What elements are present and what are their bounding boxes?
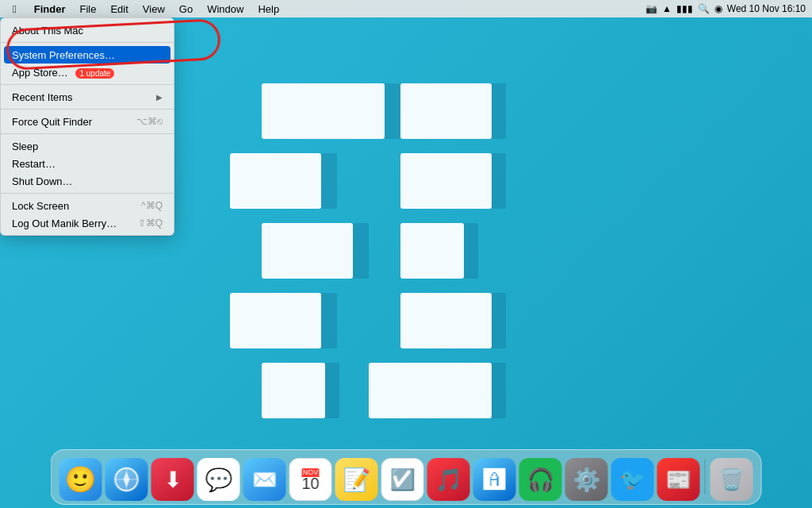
menu-item-about[interactable]: About This Mac — [1, 21, 174, 39]
menubar-edit[interactable]: Edit — [104, 2, 134, 16]
menu-separator-2 — [1, 84, 174, 85]
menu-item-sysprefs[interactable]: System Preferences… — [4, 46, 170, 64]
menubar:  Finder File Edit View Go Window Help 📷… — [0, 0, 812, 17]
menu-item-appstore[interactable]: App Store… 1 update — [1, 64, 174, 81]
recent-items-arrow-icon: ▶ — [156, 93, 163, 102]
menubar-wifi-icon[interactable]: ▲ — [662, 3, 672, 14]
svg-rect-8 — [262, 223, 353, 279]
svg-rect-7 — [492, 153, 506, 209]
menubar-go[interactable]: Go — [173, 2, 199, 16]
dock-icon-finder[interactable]: 🙂 — [59, 458, 102, 501]
menu-item-shutdown[interactable]: Shut Down… — [1, 172, 174, 190]
svg-rect-15 — [492, 293, 506, 348]
dock-icon-trash[interactable]: 🗑️ — [710, 458, 753, 501]
dock-icon-news[interactable]: 📰 — [657, 458, 700, 501]
menu-item-force-quit[interactable]: Force Quit Finder ⌥⌘⎋ — [1, 113, 174, 130]
menubar-right: 📷 ▲ ▮▮▮ 🔍 ◉ Wed 10 Nov 16:10 — [645, 3, 806, 14]
dock-icon-reminders[interactable]: ☑️ — [381, 458, 424, 501]
svg-rect-2 — [400, 83, 492, 139]
svg-rect-9 — [353, 223, 369, 279]
menubar-battery-icon[interactable]: ▮▮▮ — [676, 3, 693, 14]
menubar-help[interactable]: Help — [251, 2, 285, 16]
svg-rect-6 — [400, 153, 492, 209]
menu-separator-3 — [1, 109, 174, 110]
desktop:  Finder File Edit View Go Window Help 📷… — [0, 0, 812, 508]
menubar-datetime: Wed 10 Nov 16:10 — [727, 3, 806, 14]
svg-rect-5 — [321, 153, 337, 209]
svg-rect-14 — [400, 293, 492, 348]
svg-rect-13 — [321, 293, 337, 348]
svg-rect-18 — [369, 363, 492, 418]
dock-icon-sysprefs[interactable]: ⚙️ — [565, 458, 608, 501]
menu-separator-1 — [1, 42, 174, 43]
svg-rect-3 — [492, 83, 506, 139]
menu-separator-4 — [1, 133, 174, 134]
menu-separator-5 — [1, 193, 174, 194]
menubar-search-icon[interactable]: 🔍 — [698, 3, 710, 14]
menu-item-logout[interactable]: Log Out Manik Berry… ⇧⌘Q — [1, 214, 174, 232]
dock-icon-pocket[interactable]: ⬇ — [151, 458, 194, 501]
svg-rect-19 — [492, 363, 506, 418]
apple-menu-dropdown: About This Mac System Preferences… App S… — [0, 17, 174, 236]
dock-icon-music[interactable]: 🎵 — [427, 458, 470, 501]
desktop-logo — [214, 60, 547, 475]
svg-rect-0 — [262, 83, 385, 139]
svg-rect-10 — [400, 223, 464, 279]
apple-menu-trigger[interactable]:  — [6, 2, 23, 16]
svg-rect-17 — [325, 363, 339, 418]
appstore-update-badge: 1 update — [75, 68, 114, 79]
dock-icon-mail[interactable]: ✉️ — [243, 458, 286, 501]
menu-item-lock-screen[interactable]: Lock Screen ^⌘Q — [1, 197, 174, 214]
menubar-siri-icon[interactable]: ◉ — [714, 3, 722, 14]
dock: 🙂 ⬇ 💬 ✉️ NOV 10 📝 ☑️ — [51, 449, 762, 505]
dock-icon-twitter[interactable]: 🐦 — [611, 458, 654, 501]
menubar-window[interactable]: Window — [201, 2, 250, 16]
menu-item-recent-items[interactable]: Recent Items ▶ — [1, 88, 174, 106]
dock-icon-notes[interactable]: 📝 — [335, 458, 378, 501]
menubar-left:  Finder File Edit View Go Window Help — [6, 2, 285, 16]
menubar-finder[interactable]: Finder — [28, 2, 72, 16]
menu-item-restart[interactable]: Restart… — [1, 155, 174, 172]
dock-icon-slack[interactable]: 💬 — [197, 458, 240, 501]
menu-item-sleep[interactable]: Sleep — [1, 137, 174, 155]
dock-icon-appstore[interactable]: 🅰 — [473, 458, 516, 501]
svg-rect-4 — [230, 153, 321, 209]
svg-rect-16 — [262, 363, 325, 418]
svg-rect-12 — [230, 293, 321, 348]
dock-icon-spotify[interactable]: 🎧 — [519, 458, 562, 501]
lock-screen-shortcut: ^⌘Q — [141, 200, 163, 211]
menubar-camera-icon[interactable]: 📷 — [645, 3, 657, 14]
dock-divider — [705, 460, 706, 495]
menubar-file[interactable]: File — [73, 2, 102, 16]
force-quit-shortcut: ⌥⌘⎋ — [136, 116, 163, 127]
svg-rect-11 — [464, 223, 478, 279]
dock-icon-safari[interactable] — [105, 458, 148, 501]
menubar-view[interactable]: View — [136, 2, 171, 16]
logout-shortcut: ⇧⌘Q — [138, 217, 163, 229]
svg-rect-1 — [385, 83, 400, 139]
dock-icon-calendar[interactable]: NOV 10 — [289, 458, 332, 501]
